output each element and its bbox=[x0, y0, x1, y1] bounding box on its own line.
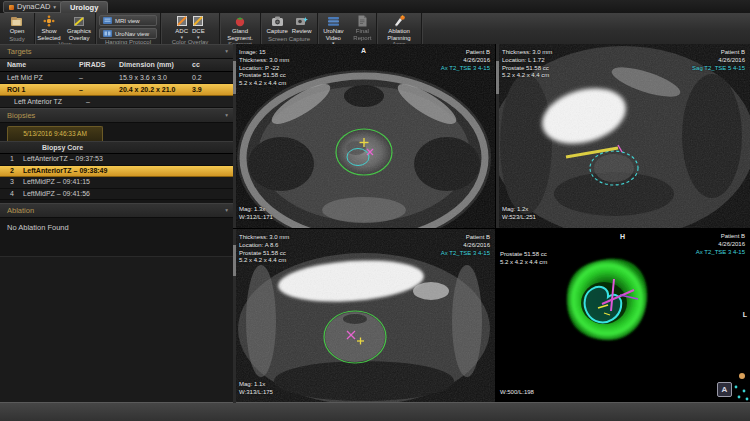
table-row-selected[interactable]: ROI 1 – 20.4 x 20.2 x 21.0 3.9 bbox=[0, 84, 233, 96]
chevron-down-icon: ▾ bbox=[225, 109, 228, 122]
show-selected-icon bbox=[43, 15, 55, 27]
ablation-flame-icon bbox=[393, 15, 406, 27]
ribbon-group-hanging-protocol: MRI view UroNav view Hanging Protocol bbox=[96, 13, 161, 44]
app-menu-button[interactable]: DynaCAD ▾ bbox=[3, 1, 62, 13]
chevron-down-icon: ▾ bbox=[225, 45, 228, 58]
ribbon-group-color-overlay: ADC ▾ DCE ▾ Color Overlay bbox=[161, 13, 220, 44]
uronav-view-icon bbox=[103, 30, 112, 37]
table-row[interactable]: Left Mid PZ – 15.9 x 3.6 x 3.0 0.2 bbox=[0, 72, 233, 84]
orientation-marker: A bbox=[361, 47, 366, 54]
list-item[interactable]: 3 LeftMidPZ – 09:41:15 bbox=[0, 177, 233, 189]
viewport-grid: Image: 15 Thickness: 3.0 mm Location: P … bbox=[233, 44, 750, 403]
image-info-overlay: Prostate 51.58 cc 5.2 x 4.2 x 4.4 cm bbox=[500, 251, 547, 267]
biopsy-core-column-header: Biopsy Core bbox=[0, 141, 233, 154]
series-label: Ax T2_TSE 3 4-15 bbox=[441, 250, 490, 258]
list-item[interactable]: 1 LeftAnteriorTZ – 09:37:53 bbox=[0, 154, 233, 166]
gland-segment-icon bbox=[234, 15, 246, 27]
ablation-planning-button[interactable]: Ablation Planning bbox=[377, 14, 421, 41]
ablation-status: No Ablation Found bbox=[0, 218, 233, 232]
review-icon bbox=[295, 15, 308, 27]
column-pirads: PIRADS bbox=[79, 59, 119, 71]
uronav-view-button[interactable]: UroNav view bbox=[99, 28, 157, 39]
ribbon-group-segment: Gland Segment. Segment bbox=[220, 13, 261, 44]
uronav-video-icon bbox=[327, 15, 340, 27]
dce-icon bbox=[192, 15, 204, 27]
titlebar: DynaCAD ▾ Urology bbox=[0, 0, 750, 13]
list-item-selected[interactable]: 2 LeftAnteriorTZ – 09:38:49 bbox=[0, 166, 233, 178]
slice-scrollbar[interactable] bbox=[233, 229, 236, 403]
camera-icon bbox=[271, 15, 284, 27]
series-label: Sag T2_TSE 5 4-15 bbox=[692, 65, 745, 73]
mag-wl-overlay: Mag: 1.3x W:312/L:171 bbox=[239, 206, 273, 222]
mag-wl-overlay: Mag: 1.1x W:313/L:175 bbox=[239, 381, 273, 397]
ablation-section-header[interactable]: Ablation ▾ bbox=[0, 203, 233, 218]
biopsies-title: Biopsies bbox=[7, 111, 35, 120]
image-info-overlay: Image: 15 Thickness: 3.0 mm Location: P … bbox=[239, 49, 289, 88]
orientation-marker: L bbox=[743, 311, 747, 318]
column-name: Name bbox=[0, 59, 79, 71]
patient-info-overlay: Patient B 4/26/2016 Ax T2_TSE 3 4-15 bbox=[441, 234, 490, 257]
patient-info-overlay: Patient B 4/26/2016 Ax T2_TSE 3 4-15 bbox=[696, 233, 745, 256]
series-label: Ax T2_TSE 3 4-15 bbox=[441, 65, 490, 73]
ribbon-group-label: Screen Capture bbox=[261, 36, 317, 44]
targets-table-header: Name PIRADS Dimension (mm) cc bbox=[0, 59, 233, 72]
image-info-overlay: Thickness: 3.0 mm Location: L 1.72 Prost… bbox=[502, 49, 552, 80]
list-item[interactable]: 4 LeftMidPZ – 09:41:56 bbox=[0, 189, 233, 201]
image-info-overlay: Thickness: 3.0 mm Location: A 8.6 Prosta… bbox=[239, 234, 289, 265]
dce-button[interactable]: DCE ▾ bbox=[190, 14, 207, 39]
mag-wl-overlay: W:500/L:198 bbox=[500, 389, 534, 397]
chevron-down-icon: ▾ bbox=[53, 2, 56, 12]
left-panel: Targets ▾ Name PIRADS Dimension (mm) cc … bbox=[0, 44, 233, 403]
document-icon bbox=[357, 15, 368, 27]
show-selected-button[interactable]: Show Selected bbox=[35, 14, 63, 41]
adc-icon bbox=[176, 15, 188, 27]
viewport-axial[interactable]: Image: 15 Thickness: 3.0 mm Location: P … bbox=[233, 44, 495, 228]
dynacad-logo-icon bbox=[9, 5, 14, 10]
capture-button[interactable]: Capture bbox=[264, 14, 289, 35]
ribbon-group-apps: Ablation Planning Apps bbox=[377, 13, 422, 44]
panel-empty-area bbox=[0, 256, 233, 403]
ribbon-group-view: Show Selected Graphics Overlay View bbox=[35, 13, 96, 44]
graphics-overlay-icon bbox=[73, 15, 85, 27]
orientation-marker: H bbox=[620, 233, 625, 240]
slice-scrollbar[interactable] bbox=[496, 44, 499, 228]
adc-button[interactable]: ADC ▾ bbox=[173, 14, 190, 39]
bottom-statusbar bbox=[0, 402, 750, 421]
biopsies-section-header[interactable]: Biopsies ▾ bbox=[0, 108, 233, 123]
patient-info-overlay: Patient B 4/26/2016 Ax T2_TSE 3 4-15 bbox=[441, 49, 490, 72]
column-dimension: Dimension (mm) bbox=[119, 59, 192, 71]
ribbon-group-study: Open Study bbox=[0, 13, 35, 44]
patient-info-overlay: Patient B 4/26/2016 Sag T2_TSE 5 4-15 bbox=[692, 49, 745, 72]
table-row[interactable]: Left Anterior TZ – bbox=[0, 96, 233, 108]
ribbon-group-screen-capture: Capture Review Screen Capture bbox=[261, 13, 318, 44]
final-report-button[interactable]: Final Report bbox=[349, 14, 376, 41]
viewport-coronal[interactable]: Thickness: 3.0 mm Location: A 8.6 Prosta… bbox=[233, 229, 495, 403]
gland-segment-button[interactable]: Gland Segment. bbox=[220, 14, 260, 41]
graphics-overlay-button[interactable]: Graphics Overlay bbox=[63, 14, 95, 41]
mag-wl-overlay: Mag: 1.2x W:523/L:251 bbox=[502, 206, 536, 222]
targets-title: Targets bbox=[7, 47, 32, 56]
viewport-sagittal[interactable]: Thickness: 3.0 mm Location: L 1.72 Prost… bbox=[496, 44, 750, 228]
review-button[interactable]: Review bbox=[290, 14, 314, 35]
mri-view-button[interactable]: MRI view bbox=[99, 15, 157, 26]
chevron-down-icon: ▾ bbox=[225, 204, 228, 217]
targets-section-header[interactable]: Targets ▾ bbox=[0, 44, 233, 59]
app-menu-label: DynaCAD bbox=[17, 2, 50, 12]
uronav-video-button[interactable]: UroNav Video ▾ bbox=[318, 14, 349, 45]
viewport-3d-model[interactable]: Prostate 51.58 cc 5.2 x 4.2 x 4.4 cm Pat… bbox=[496, 229, 750, 403]
mri-view-icon bbox=[103, 17, 112, 24]
ablation-title: Ablation bbox=[7, 206, 34, 215]
ribbon-group-report: UroNav Video ▾ Final Report Report bbox=[318, 13, 377, 44]
biopsy-date-tab[interactable]: 5/13/2016 9:46:33 AM bbox=[7, 126, 103, 141]
orientation-cube[interactable]: A bbox=[717, 382, 732, 397]
slice-scrollbar[interactable] bbox=[233, 44, 236, 228]
open-button[interactable]: Open bbox=[8, 14, 27, 35]
dynacad-urology-window: DynaCAD ▾ Urology Open Study Show Select… bbox=[0, 0, 750, 421]
series-label: Ax T2_TSE 3 4-15 bbox=[696, 249, 745, 257]
ribbon-group-label: Study bbox=[0, 36, 34, 44]
ribbon-toolbar: Open Study Show Selected Graphics Overla… bbox=[0, 13, 750, 45]
open-folder-icon bbox=[10, 15, 24, 27]
column-cc: cc bbox=[192, 59, 222, 71]
